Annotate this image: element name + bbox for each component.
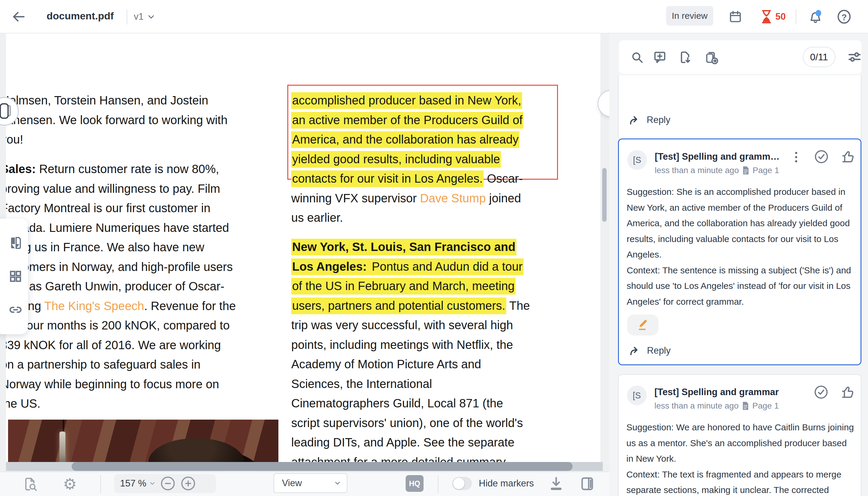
doc-text-span: Factory Montreal is our first customer i… xyxy=(6,201,210,215)
page-preview-button[interactable] xyxy=(21,476,40,493)
comment-card[interactable]: [S [Test] Spelling and grammar less than… xyxy=(618,374,862,496)
reply-button[interactable]: Reply xyxy=(628,345,671,357)
doc-text-span: Los Angeles: xyxy=(291,259,368,275)
doc-text-span: Norway while beginning to focus more on xyxy=(6,377,219,391)
thumbs-up-icon xyxy=(840,150,855,164)
doc-paragraph: Sales: Return customer rate is now 80%,p… xyxy=(6,159,236,414)
compare-pages-button[interactable] xyxy=(8,235,23,251)
hq-quality-toggle[interactable]: HQ xyxy=(406,475,423,492)
document-photo xyxy=(8,420,279,462)
zoom-in-button[interactable] xyxy=(180,476,196,491)
doc-text-line: first four months is 200 kNOK, compared … xyxy=(6,316,236,336)
comment-time: less than a minute ago xyxy=(655,166,739,175)
help-button[interactable]: ? xyxy=(835,8,853,26)
status-badge[interactable]: In review xyxy=(666,6,713,26)
download-button[interactable] xyxy=(547,475,565,493)
doc-text-span: New York, St. Louis, San Francisco and xyxy=(291,239,517,255)
comment-menu-button[interactable] xyxy=(792,152,800,162)
hide-markers-toggle[interactable] xyxy=(452,477,472,490)
doc-text-line: Factory Montreal is our first customer i… xyxy=(6,199,236,218)
bell-icon xyxy=(807,9,824,25)
doc-text-span: accomplished producer based in New York, xyxy=(291,92,522,109)
doc-text-span: attachment for a more detailed summary. xyxy=(291,455,508,462)
doc-text-line: yielded good results, including valuable xyxy=(291,150,523,169)
page-icon xyxy=(742,166,750,175)
horizontal-scrollbar[interactable] xyxy=(6,462,603,471)
notifications-button[interactable] xyxy=(807,8,824,26)
export-comments-button[interactable] xyxy=(673,48,698,66)
avatar: [S xyxy=(627,150,647,170)
reply-button[interactable]: Reply xyxy=(628,114,670,126)
link-icon xyxy=(9,303,23,317)
reply-label: Reply xyxy=(647,114,670,125)
doc-text-line: attachment for a more detailed summary. xyxy=(291,452,530,462)
back-button[interactable] xyxy=(11,9,26,25)
comment-page: Page 1 xyxy=(753,166,779,175)
reply-arrow-icon xyxy=(628,114,640,126)
doc-text-line: customers in Norway, and high-profile us… xyxy=(6,257,236,277)
version-dropdown[interactable]: v1 xyxy=(134,11,154,22)
doc-text-line: proving value and willingness to pay. Fi… xyxy=(6,179,236,199)
doc-text-span: Sciences, the International xyxy=(291,377,432,390)
horizontal-scrollbar-thumb[interactable] xyxy=(72,462,573,471)
toolbar-divider-2 xyxy=(438,476,438,493)
resolved-counter: 0/11 xyxy=(803,47,836,67)
doc-text-span: Canada. Lumiere Numeriques have started xyxy=(6,221,229,234)
doc-text-line: New York, St. Louis, San Francisco and xyxy=(291,237,530,257)
gear-icon: ⚙ xyxy=(63,476,77,492)
hide-markers-label: Hide markers xyxy=(479,478,534,489)
doc-link[interactable]: Dave Stump xyxy=(420,191,486,205)
doc-link[interactable]: The King's Speech xyxy=(44,299,144,312)
view-mode-select[interactable]: View xyxy=(274,473,347,493)
doc-text-span: America, and the collaboration has alrea… xyxy=(291,131,520,148)
zoom-out-button[interactable] xyxy=(160,476,176,491)
filter-comments-button[interactable] xyxy=(845,48,864,66)
due-date-button[interactable] xyxy=(728,9,743,25)
zoom-level: 157 % xyxy=(120,478,146,489)
doc-text-span: Pontus and Audun did a tour xyxy=(368,259,524,275)
split-panel-button[interactable] xyxy=(578,475,596,492)
grid-view-button[interactable] xyxy=(8,268,23,284)
comment-card-partial[interactable]: Reply xyxy=(618,75,862,141)
doc-text-line: Holmsen, Torstein Hansen, and Jostein xyxy=(6,91,228,110)
zoom-level-dropdown[interactable]: 157 % xyxy=(120,478,155,489)
resolve-comment-button[interactable] xyxy=(813,384,829,401)
toolbar-divider-1 xyxy=(100,476,101,493)
comment-card-selected[interactable]: [S [Test] Spelling and gramm… less than … xyxy=(618,138,862,365)
doc-text-line: points, including meetings with Netflix,… xyxy=(291,335,530,355)
add-comment-button[interactable] xyxy=(647,48,673,66)
settings-button[interactable]: ⚙ xyxy=(61,475,79,493)
doc-text-span: an active member of the Producers Guild … xyxy=(291,112,523,129)
resolved-counter-value: 0/11 xyxy=(810,52,828,63)
check-circle-icon xyxy=(814,149,829,164)
like-comment-button[interactable] xyxy=(839,148,856,165)
minus-circle-icon xyxy=(160,476,175,491)
doc-text-span: leading DITs, and Apple. See the separat… xyxy=(291,436,514,449)
comments-list: Reply [S [Test] Spelling and gramm… less xyxy=(609,75,868,496)
page-icon xyxy=(742,401,749,410)
pdf-page[interactable]: Holmsen, Torstein Hansen, and JosteinJan… xyxy=(6,33,600,462)
doc-text-span: proving value and willingness to pay. Fi… xyxy=(6,182,220,195)
doc-text-line: script supervisors' union), one of the w… xyxy=(291,413,530,433)
doc-text-line: Janensen. We look forward to working wit… xyxy=(6,110,228,130)
check-circle-icon xyxy=(814,385,828,400)
doc-text-span: . Revenue for the xyxy=(144,299,236,312)
comment-meta: less than a minute ago Page 1 xyxy=(655,401,779,410)
doc-text-span: trip was very successful, with several h… xyxy=(291,319,513,331)
timer-button[interactable] xyxy=(759,9,774,25)
like-comment-button[interactable] xyxy=(839,384,856,401)
thumbs-up-icon xyxy=(840,385,855,399)
doc-text-span: customers in Norway, and high-profile us… xyxy=(6,260,233,273)
copy-link-button[interactable] xyxy=(8,302,23,317)
edit-suggestion-button[interactable] xyxy=(627,314,658,336)
comment-body: Suggestion: She is an accomplished produ… xyxy=(627,184,855,309)
search-comments-button[interactable] xyxy=(627,48,647,66)
search-icon xyxy=(630,51,644,64)
version-label: v1 xyxy=(134,11,144,22)
topbar-divider-2 xyxy=(796,10,796,25)
resolve-comment-button[interactable] xyxy=(813,148,830,165)
doc-text-line: winning VFX supervisor Dave Stump joined xyxy=(291,189,523,208)
doc-text-line: Los Angeles: Pontus and Audun did a tour xyxy=(291,257,530,277)
vertical-scrollbar-thumb[interactable] xyxy=(602,168,607,222)
copy-comments-button[interactable] xyxy=(698,48,724,66)
